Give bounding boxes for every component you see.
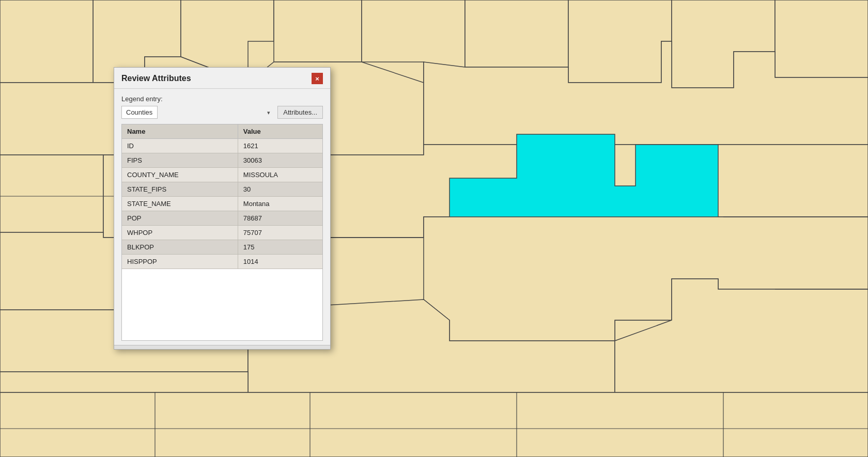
- svg-marker-8: [775, 0, 868, 77]
- attributes-button[interactable]: Attributes...: [277, 106, 323, 119]
- legend-dropdown[interactable]: Counties: [121, 106, 158, 119]
- col-header-value: Value: [238, 124, 322, 139]
- table-cell-name: ID: [122, 139, 238, 153]
- col-header-name: Name: [122, 124, 238, 139]
- table-row: FIPS30063: [122, 153, 322, 168]
- svg-marker-22: [0, 372, 248, 392]
- resize-handle[interactable]: [114, 345, 330, 349]
- table-cell-value: Montana: [238, 197, 322, 211]
- table-cell-value: 1621: [238, 139, 322, 153]
- svg-marker-23: [0, 392, 868, 457]
- map-container: Review Attributes × Legend entry: Counti…: [0, 0, 868, 457]
- table-cell-name: WHPOP: [122, 226, 238, 240]
- dialog-titlebar: Review Attributes ×: [114, 68, 330, 89]
- table-cell-name: POP: [122, 211, 238, 226]
- svg-marker-9: [0, 0, 93, 83]
- table-row: STATE_FIPS30: [122, 182, 322, 197]
- table-cell-name: COUNTY_NAME: [122, 168, 238, 182]
- table-cell-name: STATE_FIPS: [122, 182, 238, 197]
- table-cell-name: BLKPOP: [122, 240, 238, 255]
- table-row: COUNTY_NAMEMISSOULA: [122, 168, 322, 182]
- table-row: WHPOP75707: [122, 226, 322, 240]
- table-cell-value: 30: [238, 182, 322, 197]
- table-cell-value: 78687: [238, 211, 322, 226]
- svg-marker-13: [0, 155, 103, 232]
- table-cell-name: FIPS: [122, 153, 238, 168]
- dialog-body: Legend entry: Counties Attributes... Nam…: [114, 89, 330, 345]
- table-cell-value: 30063: [238, 153, 322, 168]
- table-cell-name: STATE_NAME: [122, 197, 238, 211]
- attributes-table-wrapper: Name Value ID1621FIPS30063COUNTY_NAMEMIS…: [121, 124, 323, 341]
- attributes-table-scroll[interactable]: Name Value ID1621FIPS30063COUNTY_NAMEMIS…: [122, 124, 322, 340]
- legend-entry-label: Legend entry:: [121, 95, 323, 103]
- table-row: HISPPOP1014: [122, 255, 322, 269]
- table-row: POP78687: [122, 211, 322, 226]
- table-row: STATE_NAMEMontana: [122, 197, 322, 211]
- attributes-table: Name Value ID1621FIPS30063COUNTY_NAMEMIS…: [122, 124, 322, 269]
- dialog-title: Review Attributes: [121, 74, 191, 83]
- svg-marker-5: [465, 0, 568, 67]
- review-attributes-dialog: Review Attributes × Legend entry: Counti…: [114, 67, 331, 350]
- legend-dropdown-wrapper: Counties: [121, 106, 274, 119]
- legend-controls: Counties Attributes...: [121, 106, 323, 119]
- table-cell-value: 175: [238, 240, 322, 255]
- table-cell-name: HISPPOP: [122, 255, 238, 269]
- table-cell-value: 1014: [238, 255, 322, 269]
- table-row: ID1621: [122, 139, 322, 153]
- close-button[interactable]: ×: [312, 73, 323, 84]
- attributes-table-body: ID1621FIPS30063COUNTY_NAMEMISSOULASTATE_…: [122, 139, 322, 269]
- table-row: BLKPOP175: [122, 240, 322, 255]
- svg-marker-6: [568, 0, 672, 83]
- table-cell-value: 75707: [238, 226, 322, 240]
- table-cell-value: MISSOULA: [238, 168, 322, 182]
- svg-marker-3: [274, 0, 362, 62]
